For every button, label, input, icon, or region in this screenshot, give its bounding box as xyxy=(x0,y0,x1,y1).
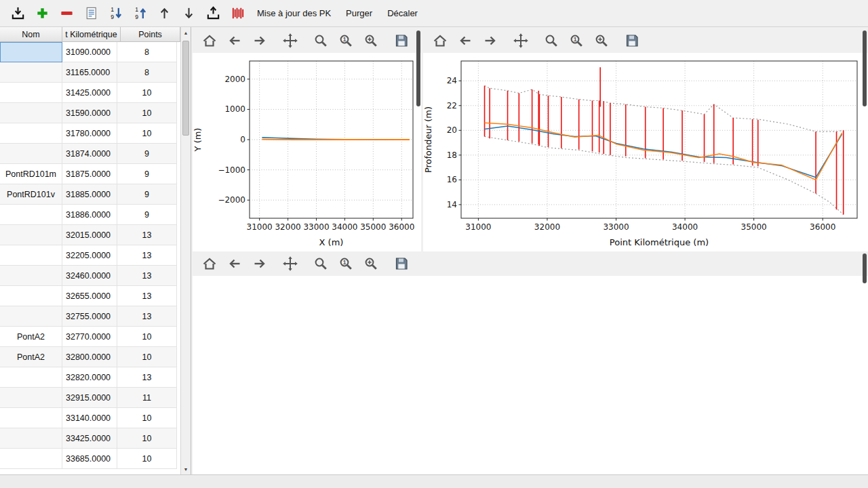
report-button[interactable] xyxy=(80,3,102,24)
back-button[interactable] xyxy=(456,32,474,49)
cell-nom[interactable] xyxy=(0,42,62,62)
pan-button[interactable] xyxy=(281,255,299,272)
cell-nom[interactable] xyxy=(0,449,62,469)
cell-nom[interactable] xyxy=(0,62,62,83)
cell-nom[interactable]: PontA2 xyxy=(0,327,62,347)
cell-nom[interactable] xyxy=(0,408,62,428)
cell-points[interactable]: 8 xyxy=(117,62,177,83)
cell-pk[interactable]: 31425.0000 xyxy=(62,83,117,103)
table-row[interactable]: 31165.00008 xyxy=(0,62,180,83)
cell-points[interactable]: 10 xyxy=(117,347,177,367)
cell-pk[interactable]: 31165.0000 xyxy=(62,62,117,83)
add-row-button[interactable] xyxy=(31,3,53,24)
cell-points[interactable]: 10 xyxy=(117,428,177,449)
cell-pk[interactable]: 32205.0000 xyxy=(62,245,117,266)
cell-nom[interactable] xyxy=(0,245,62,266)
cell-nom[interactable] xyxy=(0,123,62,144)
bottom-panel-scrollbar[interactable] xyxy=(863,253,867,283)
forward-button[interactable] xyxy=(481,32,499,49)
table-row[interactable]: 32655.000013 xyxy=(0,286,180,306)
cell-points[interactable]: 10 xyxy=(117,449,177,469)
cell-pk[interactable]: 32800.0000 xyxy=(62,347,117,367)
cell-nom[interactable] xyxy=(0,306,62,327)
zoom-button[interactable] xyxy=(312,255,330,272)
cell-nom[interactable] xyxy=(0,205,62,225)
plan-panel-scrollbar[interactable] xyxy=(416,30,420,106)
table-row[interactable]: 31780.000010 xyxy=(0,123,180,144)
sections-button[interactable] xyxy=(226,3,248,24)
cell-pk[interactable]: 31874.0000 xyxy=(62,144,117,164)
profile-panel-scrollbar[interactable] xyxy=(863,30,867,106)
cell-nom[interactable]: PontRD101m xyxy=(0,164,62,184)
update-pk-button[interactable]: Mise à jour des PK xyxy=(251,4,337,22)
cell-pk[interactable]: 31885.0000 xyxy=(62,184,117,205)
cell-nom[interactable]: PontA2 xyxy=(0,347,62,367)
cell-pk[interactable]: 31090.0000 xyxy=(62,42,117,62)
scroll-up-icon[interactable]: ▲ xyxy=(181,27,191,38)
cell-pk[interactable]: 32770.0000 xyxy=(62,327,117,347)
home-button[interactable] xyxy=(201,32,218,49)
table-row[interactable]: 32460.000013 xyxy=(0,266,180,286)
cell-nom[interactable] xyxy=(0,367,62,388)
table-row[interactable]: PontRD101m31875.00009 xyxy=(0,164,180,184)
cell-nom[interactable] xyxy=(0,144,62,164)
cell-points[interactable]: 10 xyxy=(117,123,177,144)
cell-nom[interactable] xyxy=(0,225,62,245)
cell-nom[interactable] xyxy=(0,286,62,306)
cell-points[interactable]: 10 xyxy=(117,408,177,428)
table-vertical-scrollbar[interactable]: ▲ ▼ xyxy=(180,27,191,474)
table-row[interactable]: 33140.000010 xyxy=(0,408,180,428)
column-header-nom[interactable]: Nom xyxy=(0,27,62,42)
cell-pk[interactable]: 33685.0000 xyxy=(62,449,117,469)
forward-button[interactable] xyxy=(251,32,269,49)
zoom-button[interactable] xyxy=(312,32,330,49)
import-button[interactable] xyxy=(7,3,28,24)
pan-button[interactable] xyxy=(512,32,530,49)
bottom-plot-canvas[interactable] xyxy=(193,276,868,474)
cell-points[interactable]: 13 xyxy=(117,286,177,306)
scrollbar-thumb[interactable] xyxy=(182,41,189,136)
purge-button[interactable]: Purger xyxy=(340,4,378,22)
table-row[interactable]: 31090.00008 xyxy=(0,42,180,62)
zoom-rect-button[interactable] xyxy=(593,32,610,49)
zoom-original-button[interactable]: 1 xyxy=(568,32,585,49)
cell-pk[interactable]: 32915.0000 xyxy=(62,388,117,408)
table-row[interactable]: 31590.000010 xyxy=(0,103,180,123)
cell-points[interactable]: 13 xyxy=(117,266,177,286)
zoom-original-button[interactable]: 1 xyxy=(337,32,355,49)
zoom-original-button[interactable]: 1 xyxy=(337,255,355,272)
cell-pk[interactable]: 32755.0000 xyxy=(62,306,117,327)
table-row[interactable]: 32755.000013 xyxy=(0,306,180,327)
cell-pk[interactable]: 31590.0000 xyxy=(62,103,117,123)
cell-points[interactable]: 9 xyxy=(117,184,177,205)
column-header-points[interactable]: Points xyxy=(121,27,180,42)
export-button[interactable] xyxy=(202,3,224,24)
home-button[interactable] xyxy=(201,255,218,272)
table-row[interactable]: PontRD101v31885.00009 xyxy=(0,184,180,205)
table-row[interactable]: 32820.000013 xyxy=(0,367,180,388)
cell-points[interactable]: 13 xyxy=(117,367,177,388)
zoom-button[interactable] xyxy=(542,32,560,49)
table-row[interactable]: 32015.000013 xyxy=(0,225,180,245)
cell-pk[interactable]: 31875.0000 xyxy=(62,164,117,184)
sort-ascending-button[interactable]: 1 9 xyxy=(129,3,151,24)
cell-points[interactable]: 10 xyxy=(117,103,177,123)
cell-points[interactable]: 9 xyxy=(117,205,177,225)
cell-nom[interactable] xyxy=(0,266,62,286)
table-row[interactable]: 32205.000013 xyxy=(0,245,180,266)
cell-points[interactable]: 13 xyxy=(117,245,177,266)
table-row[interactable]: 33685.000010 xyxy=(0,449,180,469)
scroll-down-icon[interactable]: ▼ xyxy=(181,464,191,474)
table-row[interactable]: PontA232770.000010 xyxy=(0,327,180,347)
cell-points[interactable]: 9 xyxy=(117,164,177,184)
save-button[interactable] xyxy=(623,32,641,49)
move-down-button[interactable] xyxy=(178,3,199,24)
cell-points[interactable]: 13 xyxy=(117,225,177,245)
cell-nom[interactable] xyxy=(0,83,62,103)
table-row[interactable]: 31425.000010 xyxy=(0,83,180,103)
save-button[interactable] xyxy=(393,32,410,49)
table-row[interactable]: 31874.00009 xyxy=(0,144,180,164)
cell-nom[interactable] xyxy=(0,103,62,123)
back-button[interactable] xyxy=(226,32,243,49)
home-button[interactable] xyxy=(431,32,449,49)
